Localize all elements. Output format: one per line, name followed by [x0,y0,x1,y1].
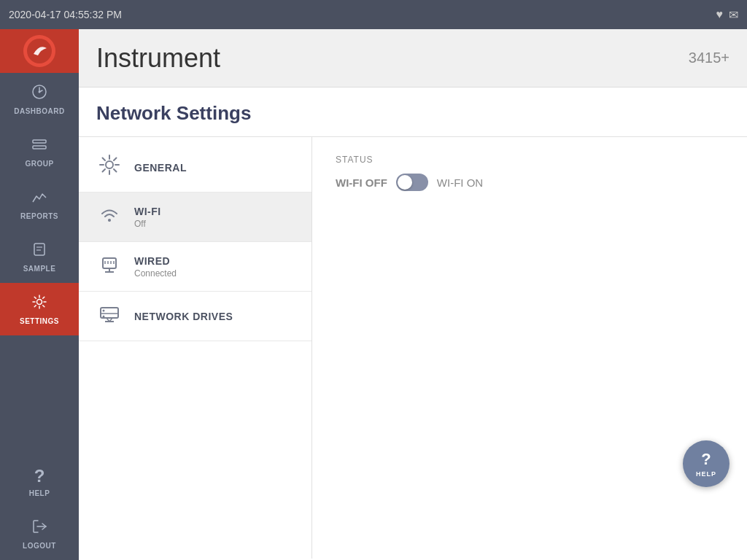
general-settings-icon [96,153,123,182]
sidebar-item-sample-label: SAMPLE [23,265,56,273]
help-fab-button[interactable]: ? HELP [683,440,729,487]
sidebar-item-sample[interactable]: SAMPLE [0,230,79,283]
wifi-icon [96,203,123,231]
svg-point-22 [103,316,105,318]
svg-point-10 [106,161,113,168]
wifi-toggle[interactable] [396,174,428,191]
network-nav-general[interactable]: GENERAL [79,143,311,192]
top-bar: 2020-04-17 04:55:32 PM ♥ ✉ [0,0,747,29]
wifi-off-label: WI-FI OFF [336,176,387,189]
wifi-on-label: WI-FI ON [437,176,483,189]
datetime-display: 2020-04-17 04:55:32 PM [9,9,122,20]
svg-point-8 [37,299,42,304]
sidebar-item-logout[interactable]: LOGOUT [0,508,79,560]
sidebar-item-reports[interactable]: REPORTS [0,178,79,230]
wired-icon [96,252,123,281]
sidebar-item-settings[interactable]: SETTINGS [0,283,79,335]
logo-icon [23,35,55,67]
network-nav: GENERAL [79,137,312,559]
svg-point-11 [108,219,111,222]
instrument-title: Instrument [96,43,220,74]
sidebar-item-help-label: HELP [29,489,50,497]
mail-icon: ✉ [729,8,738,22]
group-icon [31,136,47,157]
network-drives-icon [96,302,123,330]
network-nav-wifi[interactable]: WI-FI Off [79,192,311,242]
sidebar-item-group[interactable]: GROUP [0,125,79,178]
drives-nav-label: NETWORK DRIVES [134,311,233,322]
toggle-knob [398,175,412,190]
wifi-toggle-row: WI-FI OFF WI-FI ON [336,174,724,191]
page-header: Network Settings [79,88,747,137]
network-layout: GENERAL [79,137,747,559]
svg-point-2 [39,90,41,93]
svg-point-21 [103,310,105,312]
instrument-header: Instrument 3415+ [79,29,747,88]
content-area: Instrument 3415+ Network Settings [79,29,747,560]
wired-nav-label: WIRED [134,255,177,267]
network-main-panel: STATUS WI-FI OFF WI-FI ON [312,137,747,559]
sidebar-item-reports-label: REPORTS [20,212,58,220]
dashboard-icon [31,84,47,104]
sidebar-item-logout-label: LOGOUT [23,542,56,550]
general-nav-label: GENERAL [134,162,187,174]
svg-rect-3 [33,140,46,143]
status-section-label: STATUS [336,155,724,165]
top-bar-icons: ♥ ✉ [716,8,739,22]
page-content: Network Settings GENERAL [79,88,747,560]
reports-icon [31,189,47,209]
svg-rect-5 [34,244,44,255]
heart-icon: ♥ [716,8,724,21]
help-fab-label: HELP [696,470,716,478]
network-nav-drives[interactable]: NETWORK DRIVES [79,292,311,341]
sidebar-logo [0,29,79,73]
sidebar: DASHBOARD GROUP REPORTS [0,29,79,560]
help-icon: ? [34,466,45,486]
sample-icon [31,241,47,262]
sidebar-item-dashboard-label: DASHBOARD [14,107,65,115]
sidebar-item-group-label: GROUP [25,160,53,168]
help-fab-icon: ? [701,450,711,469]
network-nav-wired[interactable]: WIRED Connected [79,242,311,292]
logout-icon [31,518,47,539]
settings-icon [31,294,47,314]
wifi-nav-label: WI-FI [134,206,161,217]
wired-nav-status: Connected [134,268,177,279]
sidebar-item-help[interactable]: ? HELP [0,455,79,508]
page-title: Network Settings [96,102,729,125]
wifi-nav-status: Off [134,219,161,229]
main-layout: DASHBOARD GROUP REPORTS [0,29,747,560]
sidebar-item-dashboard[interactable]: DASHBOARD [0,73,79,125]
instrument-id: 3415+ [689,50,729,66]
sidebar-item-settings-label: SETTINGS [20,317,59,325]
svg-rect-4 [33,146,46,149]
